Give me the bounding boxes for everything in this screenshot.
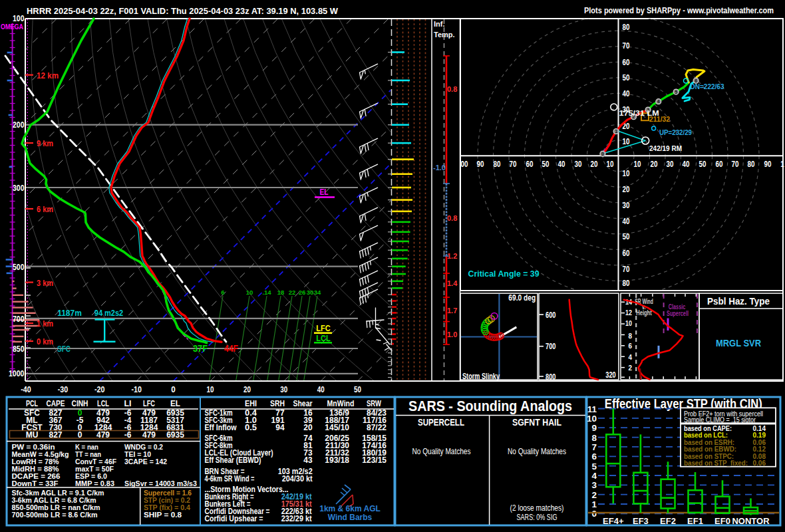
svg-text:18: 18 xyxy=(277,289,285,296)
svg-text:700: 700 xyxy=(546,342,556,351)
svg-text:SGFNT HAIL: SGFNT HAIL xyxy=(512,417,561,428)
svg-text:Wind Barbs: Wind Barbs xyxy=(328,513,373,522)
svg-text:based on STP_fixed:: based on STP_fixed: xyxy=(684,460,748,467)
svg-text:1187m: 1187m xyxy=(57,309,82,318)
svg-text:Height: Height xyxy=(636,309,652,317)
svg-text:6: 6 xyxy=(221,289,224,296)
svg-text:1.0: 1.0 xyxy=(447,331,457,338)
svg-text:EF4+: EF4+ xyxy=(603,516,624,526)
svg-text:5: 5 xyxy=(675,90,677,94)
svg-text:0: 0 xyxy=(171,384,176,394)
svg-text:0: 0 xyxy=(601,152,604,156)
svg-text:50: 50 xyxy=(354,384,361,394)
svg-text:8: 8 xyxy=(591,433,597,443)
svg-text:8: 8 xyxy=(629,332,633,340)
svg-text:2: 2 xyxy=(629,364,633,372)
svg-text:60: 60 xyxy=(623,58,630,67)
svg-text:0: 0 xyxy=(591,509,597,519)
svg-text:90: 90 xyxy=(764,160,772,169)
svg-text:100: 100 xyxy=(13,13,25,23)
svg-text:Psbl Haz. Type: Psbl Haz. Type xyxy=(707,295,770,307)
svg-text:9: 9 xyxy=(591,423,597,433)
svg-text:OMEGA: OMEGA xyxy=(1,23,23,31)
svg-text:MRGL SVR: MRGL SVR xyxy=(716,337,761,348)
svg-text:10: 10 xyxy=(607,160,614,169)
svg-text:DownT = 33F: DownT = 33F xyxy=(12,479,59,487)
svg-text:0.06: 0.06 xyxy=(753,460,766,467)
svg-text:242/19 RM: 242/19 RM xyxy=(649,144,682,152)
svg-text:1: 1 xyxy=(780,160,784,169)
svg-text:0.12: 0.12 xyxy=(753,446,766,453)
svg-text:SARS - Sounding Analogs: SARS - Sounding Analogs xyxy=(408,398,572,414)
svg-text:0.5: 0.5 xyxy=(245,423,257,432)
svg-text:CAPE: CAPE xyxy=(47,399,65,408)
svg-text:Temp.: Temp. xyxy=(434,31,455,39)
svg-text:0.19: 0.19 xyxy=(753,432,766,439)
svg-text:Supercell: Supercell xyxy=(667,309,689,317)
svg-text:SFC: SFC xyxy=(57,344,71,354)
svg-text:SRH: SRH xyxy=(270,399,285,408)
svg-text:NONTOR: NONTOR xyxy=(732,516,770,526)
svg-text:320: 320 xyxy=(605,370,616,380)
svg-text:Corfidi Upshear =: Corfidi Upshear = xyxy=(205,514,263,523)
svg-text:0.14: 0.14 xyxy=(753,425,766,432)
svg-text:800: 800 xyxy=(546,372,556,382)
svg-text:00: 00 xyxy=(461,160,468,169)
svg-text:MnWind: MnWind xyxy=(327,399,355,408)
svg-text:26: 26 xyxy=(299,289,306,296)
svg-text:40: 40 xyxy=(558,160,565,169)
svg-text:123/15: 123/15 xyxy=(362,456,387,465)
svg-text:-20: -20 xyxy=(94,384,105,394)
svg-text:30: 30 xyxy=(307,289,314,296)
svg-text:10: 10 xyxy=(207,384,214,394)
svg-text:700-500mb LR = 8.6 C/km: 700-500mb LR = 8.6 C/km xyxy=(12,511,98,519)
svg-text:211/32: 211/32 xyxy=(649,115,670,123)
svg-text:70: 70 xyxy=(623,265,630,274)
svg-text:10: 10 xyxy=(587,414,597,424)
svg-text:Sample CLIMO = .15 sigtor: Sample CLIMO = .15 sigtor xyxy=(684,416,756,424)
svg-text:12 km: 12 km xyxy=(37,70,59,80)
svg-text:80: 80 xyxy=(748,160,755,169)
svg-text:193/18: 193/18 xyxy=(325,456,349,465)
svg-text:12: 12 xyxy=(625,309,632,317)
svg-text:44F: 44F xyxy=(224,343,238,354)
svg-text:1.7: 1.7 xyxy=(447,307,457,315)
svg-text:4: 4 xyxy=(629,353,633,361)
svg-text:43: 43 xyxy=(303,456,313,465)
svg-text:EL: EL xyxy=(170,399,180,408)
svg-text:300: 300 xyxy=(13,183,25,193)
svg-text:69.0 deg: 69.0 deg xyxy=(508,293,536,303)
svg-text:50: 50 xyxy=(623,73,630,82)
svg-text:based on ESRH:: based on ESRH: xyxy=(684,439,734,446)
svg-text:7: 7 xyxy=(591,442,597,452)
svg-text:1.2: 1.2 xyxy=(447,252,457,260)
svg-text:EL: EL xyxy=(320,188,329,197)
svg-text:EF3: EF3 xyxy=(633,516,649,526)
svg-text:600: 600 xyxy=(546,311,556,320)
svg-text:232/29 kt: 232/29 kt xyxy=(281,514,312,523)
svg-text:80: 80 xyxy=(623,279,630,288)
svg-text:30: 30 xyxy=(575,160,582,169)
svg-text:CINH: CINH xyxy=(72,399,88,408)
svg-text:10: 10 xyxy=(623,169,630,178)
svg-text:based on CAPE:: based on CAPE: xyxy=(684,425,732,432)
svg-text:70: 70 xyxy=(623,41,630,51)
svg-text:Eff Shear (EBWD): Eff Shear (EBWD) xyxy=(205,456,261,465)
svg-text:No Quality Matches: No Quality Matches xyxy=(508,447,566,456)
svg-text:50: 50 xyxy=(542,160,550,169)
svg-text:80: 80 xyxy=(623,23,630,32)
svg-text:based on LCL:: based on LCL: xyxy=(684,432,728,439)
svg-text:DN=222/63: DN=222/63 xyxy=(691,82,724,90)
svg-text:-30: -30 xyxy=(58,384,69,394)
svg-text:No Quality Matches: No Quality Matches xyxy=(412,447,471,456)
svg-text:2: 2 xyxy=(591,490,597,500)
svg-text:Critical Angle = 39: Critical Angle = 39 xyxy=(468,269,540,279)
svg-text:MMP = 0.83: MMP = 0.83 xyxy=(75,479,114,487)
svg-text:60: 60 xyxy=(526,160,534,169)
svg-text:based on EBWD:: based on EBWD: xyxy=(684,446,736,453)
svg-text:LFC: LFC xyxy=(316,324,331,333)
svg-text:50: 50 xyxy=(699,160,706,169)
svg-text:Inf.: Inf. xyxy=(434,20,445,28)
svg-text:40: 40 xyxy=(317,384,325,394)
svg-text:80: 80 xyxy=(494,160,501,169)
